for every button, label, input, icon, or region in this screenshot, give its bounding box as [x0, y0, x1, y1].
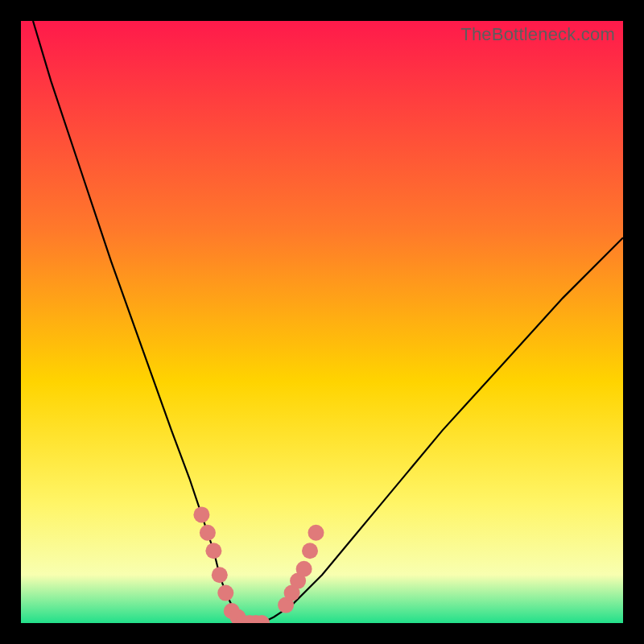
marker-dot — [296, 561, 312, 577]
marker-dot — [200, 525, 216, 541]
marker-dot — [302, 543, 318, 559]
chart-frame: TheBottleneck.com — [0, 0, 644, 644]
watermark-text: TheBottleneck.com — [460, 24, 615, 45]
marker-dot — [217, 585, 233, 601]
marker-dot — [205, 543, 221, 559]
marker-dot — [193, 506, 209, 522]
marker-dot — [308, 525, 324, 541]
plot-area: TheBottleneck.com — [21, 21, 623, 623]
marker-dot — [212, 567, 228, 583]
optimal-range-markers — [193, 506, 324, 623]
bottleneck-curve — [21, 21, 623, 623]
